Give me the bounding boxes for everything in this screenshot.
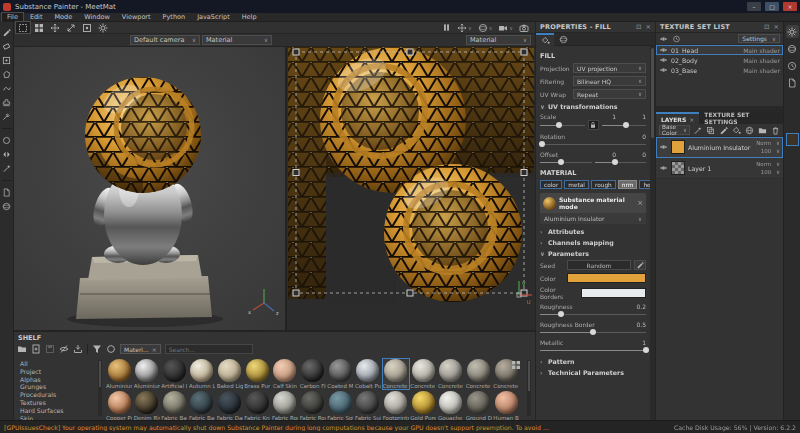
channel-chip[interactable]: rough	[591, 180, 616, 189]
camera-select[interactable]: Default camera ∨	[130, 35, 200, 45]
scale-lock-icon[interactable]	[588, 120, 599, 130]
viewport-3d[interactable]: x z	[14, 47, 285, 330]
technical-parameters-fold[interactable]: › Technical Parameters	[540, 369, 646, 376]
close-panel-icon[interactable]: ×	[774, 23, 779, 31]
tab-texture-set-settings[interactable]: TEXTURE SET SETTINGS	[699, 112, 783, 124]
rotation-slider[interactable]	[540, 140, 646, 148]
texture-set-row[interactable]: 02_Body Main shader	[656, 55, 783, 65]
open-folder-icon[interactable]	[17, 344, 27, 354]
shelf-category[interactable]: Alphas	[18, 376, 96, 384]
menu-item[interactable]: Mode	[49, 13, 77, 22]
display-settings-icon[interactable]	[1, 201, 12, 212]
close-tab-icon[interactable]: ×	[689, 116, 694, 123]
material-thumbnail[interactable]: Cobalt Pure	[355, 359, 381, 389]
channel-chip[interactable]: metal	[564, 180, 589, 189]
tab-fill-properties[interactable]	[536, 33, 554, 46]
eye-icon[interactable]	[659, 143, 668, 151]
shelf-category[interactable]: Project	[18, 368, 96, 376]
tab-layers[interactable]: LAYERS ×	[656, 112, 699, 124]
viewports-canvas[interactable]: x z	[14, 47, 535, 330]
material-thumbnail[interactable]: Fabric Knit...	[244, 391, 270, 421]
add-folder-icon[interactable]	[758, 126, 767, 135]
move-button[interactable]	[48, 22, 62, 33]
material-thumbnail[interactable]: Fabric Rou...	[300, 391, 326, 421]
channel-chip[interactable]: nrm	[618, 180, 638, 189]
menu-item[interactable]: Python	[158, 13, 191, 22]
dock-material-preview-icon[interactable]	[786, 133, 799, 146]
add-smart-material-icon[interactable]	[745, 126, 754, 135]
material-thumbnail[interactable]: Concrete B...	[383, 359, 409, 389]
material-thumbnail[interactable]: Ground Dra...	[466, 391, 492, 421]
filter-tab-materials[interactable]: Materi... ×	[120, 344, 161, 354]
pattern-fold[interactable]: › Pattern	[540, 358, 646, 365]
material-thumbnail[interactable]: Concrete C...	[410, 359, 436, 389]
import-resources-icon[interactable]	[73, 344, 83, 354]
camera-mode-button[interactable]: ∨	[498, 23, 513, 33]
shelf-category[interactable]: All	[18, 360, 96, 368]
add-paint-layer-icon[interactable]	[719, 126, 728, 135]
float-panel-icon[interactable]: ⊡	[636, 23, 641, 31]
close-panel-icon[interactable]: ×	[646, 23, 651, 31]
layer-row[interactable]: Layer 1 Norm ∨ 100 ∨	[656, 158, 783, 179]
shelf-category[interactable]: Hard Surfaces	[18, 407, 96, 415]
property-dropdown[interactable]: UV projection ∨	[573, 63, 646, 73]
material-thumbnail[interactable]: Autumn Leaf	[189, 359, 215, 389]
resources-icon[interactable]	[1, 187, 12, 198]
save-resource-icon[interactable]	[45, 344, 55, 354]
offset-v-slider[interactable]	[595, 158, 647, 166]
dock-history-icon[interactable]	[786, 59, 799, 72]
delete-layer-icon[interactable]	[771, 126, 780, 135]
texture-set-settings-button[interactable]: Settings ∨	[738, 34, 780, 43]
add-effect-icon[interactable]	[693, 126, 702, 135]
material-thumbnail[interactable]: Denim Rivet	[134, 391, 160, 421]
close-icon[interactable]: ×	[152, 346, 157, 353]
close-button[interactable]: ×	[783, 2, 797, 11]
blend-mode-select[interactable]: Norm ∨	[756, 161, 780, 167]
scale-u-slider[interactable]	[540, 121, 585, 129]
opacity-select[interactable]: 100 ∨	[761, 148, 780, 154]
material-thumbnail[interactable]: Copper Pure	[106, 391, 132, 421]
menu-item[interactable]: File	[2, 13, 23, 22]
channel-chip[interactable]: color	[540, 180, 562, 189]
tab-material-properties[interactable]	[554, 33, 572, 46]
channel-chip[interactable]: height	[639, 180, 650, 189]
material-thumbnail[interactable]: Fabric Dam...	[217, 391, 243, 421]
eye-icon[interactable]	[659, 66, 668, 74]
material-thumbnail[interactable]: Gold Pure	[410, 391, 436, 421]
projection-tool-icon[interactable]	[1, 55, 12, 66]
dock-settings-icon[interactable]	[786, 25, 799, 38]
solo-icon[interactable]	[672, 35, 681, 43]
polygon-fill-tool-icon[interactable]	[1, 69, 12, 80]
environment-button[interactable]: ∨	[478, 23, 493, 33]
maximize-button[interactable]: ▢	[765, 2, 779, 11]
eye-icon[interactable]	[659, 56, 668, 64]
search-input[interactable]	[165, 344, 253, 354]
material-thumbnail[interactable]: Concrete S...	[466, 359, 492, 389]
material-thumbnail[interactable]: Baked Light...	[217, 359, 243, 389]
shelf-scrollbar[interactable]	[527, 360, 531, 416]
texture-set-row[interactable]: 01_Head Main shader	[656, 45, 783, 55]
shelf-category[interactable]: Grunges	[18, 383, 96, 391]
scale-v-slider[interactable]	[602, 121, 647, 129]
menu-item[interactable]: Help	[237, 13, 262, 22]
menu-item[interactable]: Window	[79, 13, 115, 22]
viewport-2d[interactable]: V U	[287, 47, 535, 330]
material-thumbnail[interactable]: Brass Pure	[244, 359, 270, 389]
offset-u-slider[interactable]	[540, 158, 592, 166]
seed-random-button[interactable]: Random	[567, 260, 631, 270]
viewport-splitter[interactable]	[285, 47, 287, 330]
material-thumbnail[interactable]: Gouache P...	[438, 391, 464, 421]
material-thumbnail[interactable]: Artificial Lea...	[161, 359, 187, 389]
lazy-mouse-icon[interactable]	[1, 163, 12, 174]
property-dropdown[interactable]: Bilinear HQ ∨	[573, 76, 646, 86]
material-thumbnail[interactable]: Calf Skin	[272, 359, 298, 389]
categories-scrollbar[interactable]	[98, 360, 102, 416]
scale-button[interactable]	[64, 22, 78, 33]
material-thumbnail[interactable]: Coated Me...	[327, 359, 353, 389]
shelf-category[interactable]: Textures	[18, 399, 96, 407]
float-panel-icon[interactable]: ⊡	[764, 23, 769, 31]
material-thumbnail[interactable]: Fabric Bam...	[161, 391, 187, 421]
material-thumbnail[interactable]: Fabric Base...	[189, 391, 215, 421]
parameter-slider[interactable]	[540, 346, 646, 354]
property-dropdown[interactable]: Repeat ∨	[573, 89, 646, 99]
